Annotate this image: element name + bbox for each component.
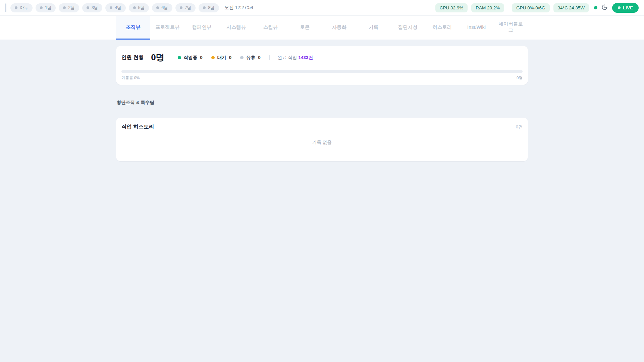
working-label: 작업중 bbox=[184, 55, 198, 61]
dark-mode-toggle[interactable] bbox=[601, 4, 608, 11]
history-count-badge: 0건 bbox=[516, 124, 523, 130]
tab-campaign-view[interactable]: 캠페인뷰 bbox=[185, 16, 219, 40]
team-chip-label: 아누 bbox=[20, 5, 28, 11]
personnel-card-title: 인원 현황 bbox=[121, 54, 144, 61]
completed-work-value: 1433건 bbox=[299, 55, 313, 60]
header: 아누 1팀 2팀 3팀 4팀 5팀 6팀 7팀 8팀 오전 12:27:54 C… bbox=[0, 0, 644, 40]
team-chip-label: 2팀 bbox=[68, 5, 74, 11]
team-chip-7[interactable]: 7팀 bbox=[175, 3, 196, 12]
moon-icon bbox=[601, 4, 608, 12]
live-button[interactable]: LIVE bbox=[612, 3, 639, 13]
team-dot-icon bbox=[180, 6, 182, 9]
personnel-status-card: 인원 현황 0명 작업중 0 대기 0 유휴 bbox=[116, 46, 528, 85]
team-dot-icon bbox=[87, 6, 89, 9]
team-dot-icon bbox=[63, 6, 66, 9]
team-chip-label: 3팀 bbox=[92, 5, 98, 11]
team-chip-label: 8팀 bbox=[208, 5, 214, 11]
completed-work: 완료 작업1433건 bbox=[278, 55, 313, 61]
tab-system-view[interactable]: 시스템뷰 bbox=[219, 16, 253, 40]
capacity-label: 0명 bbox=[517, 75, 523, 80]
tab-token[interactable]: 토큰 bbox=[288, 16, 322, 40]
team-chip-label: 7팀 bbox=[185, 5, 191, 11]
completed-work-label: 완료 작업 bbox=[278, 55, 297, 60]
team-dot-icon bbox=[15, 6, 17, 9]
personnel-count: 0명 bbox=[151, 52, 164, 63]
main-content: 인원 현황 0명 작업중 0 대기 0 유휴 bbox=[0, 40, 644, 161]
online-status-dot bbox=[594, 6, 597, 9]
history-card-title: 작업 히스토리 bbox=[121, 123, 154, 130]
team-chip-3[interactable]: 3팀 bbox=[82, 3, 102, 12]
team-chip-list: 아누 1팀 2팀 3팀 4팀 5팀 6팀 7팀 8팀 bbox=[10, 3, 219, 12]
tab-records[interactable]: 기록 bbox=[356, 16, 390, 40]
team-chip-label: 5팀 bbox=[138, 5, 145, 11]
team-dot-icon bbox=[203, 6, 206, 9]
team-dot-icon bbox=[110, 6, 112, 9]
cpu-stat-badge: CPU 32.9% bbox=[435, 3, 468, 12]
left-accent-bar bbox=[5, 3, 6, 12]
team-chip-label: 4팀 bbox=[115, 5, 121, 11]
tab-skill-view[interactable]: 스킬뷰 bbox=[253, 16, 287, 40]
status-waiting: 대기 0 bbox=[211, 55, 232, 61]
team-dot-icon bbox=[133, 6, 136, 9]
utilization-label: 가동률 0% bbox=[121, 75, 140, 80]
team-chip-4[interactable]: 4팀 bbox=[105, 3, 125, 12]
status-working: 작업중 0 bbox=[178, 55, 203, 61]
history-empty-state: 기록 없음 bbox=[121, 130, 523, 155]
waiting-dot-icon bbox=[211, 56, 215, 59]
waiting-label: 대기 bbox=[217, 55, 226, 61]
idle-dot-icon bbox=[240, 56, 244, 59]
tab-strip: 조직뷰 프로젝트뷰 캠페인뷰 시스템뷰 스킬뷰 토큰 자동화 기록 집단지성 히… bbox=[0, 16, 644, 40]
team-chip-2[interactable]: 2팀 bbox=[59, 3, 79, 12]
stats-divider bbox=[508, 5, 508, 11]
personnel-status-legend: 작업중 0 대기 0 유휴 0 bbox=[178, 55, 261, 61]
ram-stat-badge: RAM 20.2% bbox=[471, 3, 504, 12]
waiting-value: 0 bbox=[229, 55, 232, 60]
tab-collective-intelligence[interactable]: 집단지성 bbox=[391, 16, 425, 40]
working-value: 0 bbox=[200, 55, 203, 60]
team-chip-label: 6팀 bbox=[161, 5, 168, 11]
team-chip-8[interactable]: 8팀 bbox=[199, 3, 219, 12]
work-history-card: 작업 히스토리 0건 기록 없음 bbox=[116, 118, 528, 161]
team-chip-5[interactable]: 5팀 bbox=[129, 3, 149, 12]
temp-power-stat-badge: 34°C 24.35W bbox=[553, 3, 589, 12]
tab-org-view[interactable]: 조직뷰 bbox=[116, 16, 150, 40]
live-dot-icon bbox=[618, 6, 621, 9]
clock: 오전 12:27:54 bbox=[224, 5, 253, 11]
utilization-progress-bar bbox=[121, 70, 523, 73]
working-dot-icon bbox=[178, 56, 181, 59]
top-status-bar: 아누 1팀 2팀 3팀 4팀 5팀 6팀 7팀 8팀 오전 12:27:54 C… bbox=[0, 0, 644, 16]
team-chip-6[interactable]: 6팀 bbox=[152, 3, 172, 12]
team-dot-icon bbox=[40, 6, 43, 9]
legend-divider bbox=[269, 55, 270, 60]
gpu-stat-badge: GPU 0%·0/6G bbox=[512, 3, 549, 12]
system-stats: CPU 32.9% RAM 20.2% GPU 0%·0/6G 34°C 24.… bbox=[435, 3, 639, 13]
tab-history[interactable]: 히스토리 bbox=[425, 16, 459, 40]
idle-value: 0 bbox=[258, 55, 261, 60]
live-label: LIVE bbox=[623, 5, 633, 10]
tab-naver-blog[interactable]: 네이버블로그 bbox=[494, 16, 528, 40]
tab-automation[interactable]: 자동화 bbox=[322, 16, 356, 40]
team-chip-1[interactable]: 1팀 bbox=[36, 3, 56, 12]
tab-insuwiki[interactable]: InsuWiki bbox=[459, 16, 493, 40]
status-idle: 유휴 0 bbox=[240, 55, 261, 61]
team-chip-anu[interactable]: 아누 bbox=[10, 3, 33, 12]
section-title-cross-teams: 횡단조직 & 특수팀 bbox=[117, 100, 528, 106]
tab-project-view[interactable]: 프로젝트뷰 bbox=[150, 16, 184, 40]
team-dot-icon bbox=[156, 6, 159, 9]
idle-label: 유휴 bbox=[246, 55, 255, 61]
team-chip-label: 1팀 bbox=[45, 5, 51, 11]
